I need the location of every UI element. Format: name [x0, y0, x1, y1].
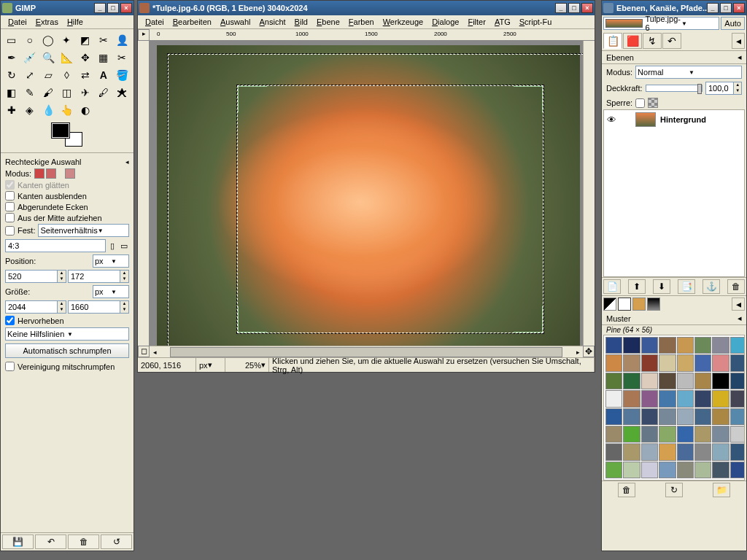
- pattern-swatch[interactable]: [677, 408, 694, 425]
- brush-swatch-icon[interactable]: [618, 298, 631, 311]
- visibility-eye-icon[interactable]: 👁: [607, 114, 616, 125]
- image-canvas[interactable]: [157, 45, 580, 346]
- selection-handle-tr[interactable]: [514, 86, 543, 112]
- from-center-checkbox[interactable]: [5, 213, 15, 222]
- menu-file[interactable]: Datei: [4, 16, 31, 28]
- menu-edit[interactable]: Bearbeiten: [169, 16, 216, 28]
- canvas-area[interactable]: [150, 41, 583, 346]
- pattern-swatch[interactable]: [659, 462, 676, 478]
- auto-button[interactable]: Auto: [721, 17, 745, 30]
- pattern-swatch[interactable]: [712, 373, 729, 389]
- pencil-tool[interactable]: ✎: [21, 84, 38, 101]
- toolbox-titlebar[interactable]: GIMP _ □ ×: [1, 1, 133, 15]
- pattern-swatch[interactable]: [659, 354, 676, 371]
- pos-unit-dropdown[interactable]: px▼: [93, 254, 129, 268]
- selection-handle-tl[interactable]: [238, 86, 267, 112]
- pattern-swatch[interactable]: [659, 337, 676, 354]
- layer-row[interactable]: 👁 Hintergrund: [604, 110, 744, 129]
- pattern-swatch[interactable]: [694, 408, 711, 425]
- fuzzy-select-tool[interactable]: ✦: [58, 31, 75, 48]
- ink-tool[interactable]: 🖋: [95, 84, 112, 101]
- pattern-swatch[interactable]: [641, 462, 658, 478]
- fixed-type-dropdown[interactable]: Seitenverhältnis▼: [38, 224, 129, 237]
- pattern-swatch[interactable]: [623, 462, 640, 478]
- restore-options-button[interactable]: ↶: [35, 534, 66, 549]
- pattern-swatch[interactable]: [605, 462, 622, 478]
- close-button[interactable]: ×: [581, 3, 593, 13]
- pattern-swatch[interactable]: [623, 443, 640, 460]
- close-button[interactable]: ×: [733, 3, 745, 13]
- pattern-swatch[interactable]: [659, 443, 676, 460]
- pattern-swatch-icon[interactable]: [632, 298, 646, 311]
- aspect-portrait-icon[interactable]: ▯: [107, 241, 117, 251]
- dock-menu-icon[interactable]: ◂: [732, 298, 745, 311]
- paths-tool[interactable]: ✒: [3, 49, 20, 66]
- opacity-input[interactable]: ▲▼: [705, 82, 742, 95]
- flip-tool[interactable]: ⇄: [77, 66, 93, 83]
- selection-handle-br[interactable]: [514, 306, 543, 332]
- ruler-vertical[interactable]: [138, 41, 150, 346]
- pattern-swatch[interactable]: [605, 443, 622, 460]
- pattern-swatch[interactable]: [641, 354, 658, 371]
- menu-scriptfu[interactable]: Script-Fu: [515, 16, 557, 28]
- pattern-swatch[interactable]: [694, 354, 711, 371]
- mode-add-icon[interactable]: [46, 168, 56, 179]
- smudge-tool[interactable]: 👆: [58, 101, 75, 118]
- panel-menu-icon[interactable]: ◂: [738, 314, 742, 323]
- pattern-swatch[interactable]: [730, 462, 745, 478]
- pattern-swatch[interactable]: [677, 354, 694, 371]
- menu-extras[interactable]: Extras: [31, 16, 63, 28]
- pattern-swatch[interactable]: [677, 443, 694, 460]
- mode-replace-icon[interactable]: [34, 168, 44, 179]
- selection-handle-bl[interactable]: [238, 306, 267, 332]
- autoshrink-button[interactable]: Automatisch schrumpfen: [5, 343, 129, 358]
- status-unit-dropdown[interactable]: px ▾: [196, 358, 225, 372]
- pattern-swatch[interactable]: [730, 337, 745, 354]
- layer-list[interactable]: 👁 Hintergrund: [603, 109, 745, 277]
- pattern-swatch[interactable]: [659, 408, 676, 425]
- pattern-swatch[interactable]: [694, 390, 711, 407]
- fixed-checkbox[interactable]: [5, 226, 15, 236]
- pattern-swatch[interactable]: [659, 390, 676, 407]
- pattern-swatch[interactable]: [712, 443, 729, 460]
- reset-options-button[interactable]: ↺: [101, 534, 132, 549]
- open-pattern-folder-button[interactable]: 📁: [713, 483, 730, 497]
- dock-menu-icon[interactable]: ◂: [732, 33, 745, 49]
- airbrush-tool[interactable]: ✈: [77, 84, 93, 101]
- pattern-swatch[interactable]: [605, 337, 622, 354]
- color-picker-tool[interactable]: 💉: [21, 49, 38, 66]
- fgbg-swatch-icon[interactable]: [603, 298, 616, 311]
- pattern-swatch[interactable]: [659, 426, 676, 443]
- delete-pattern-button[interactable]: 🗑: [618, 483, 635, 497]
- zoom-dropdown[interactable]: 25% ▾: [225, 358, 269, 372]
- dodge-burn-tool[interactable]: ◐: [77, 101, 93, 118]
- delete-layer-button[interactable]: 🗑: [727, 279, 745, 294]
- heal-tool[interactable]: ✚: [3, 101, 20, 118]
- raise-layer-button[interactable]: ⬆: [628, 279, 646, 294]
- duplicate-layer-button[interactable]: 📑: [678, 279, 695, 294]
- layer-name[interactable]: Hintergrund: [660, 115, 706, 124]
- highlight-checkbox[interactable]: [5, 316, 15, 325]
- pattern-swatch[interactable]: [712, 462, 729, 478]
- delete-options-button[interactable]: 🗑: [68, 534, 99, 549]
- scissors-tool[interactable]: ✂: [95, 31, 112, 48]
- perspective-tool[interactable]: ◊: [58, 66, 75, 83]
- feather-checkbox[interactable]: [5, 191, 15, 201]
- paintbrush-tool[interactable]: 🖌: [40, 84, 57, 101]
- gradient-swatch-icon[interactable]: [647, 298, 660, 311]
- clone-tool[interactable]: 🟊: [114, 84, 131, 101]
- pattern-swatch[interactable]: [694, 462, 711, 478]
- pattern-swatch[interactable]: [712, 337, 729, 354]
- maximize-button[interactable]: □: [568, 3, 580, 13]
- pattern-swatch[interactable]: [659, 373, 676, 389]
- pattern-swatch[interactable]: [641, 390, 658, 407]
- pattern-swatch[interactable]: [605, 354, 622, 371]
- size-h-input[interactable]: ▲▼: [68, 300, 129, 314]
- guides-dropdown[interactable]: Keine Hilfslinien▼: [5, 327, 129, 341]
- bucket-fill-tool[interactable]: 🪣: [114, 66, 131, 83]
- aspect-landscape-icon[interactable]: ▭: [119, 241, 129, 251]
- pattern-swatch[interactable]: [694, 426, 711, 443]
- menu-view[interactable]: Ansicht: [255, 16, 290, 28]
- measure-tool[interactable]: 📐: [58, 49, 75, 66]
- menu-select[interactable]: Auswahl: [216, 16, 255, 28]
